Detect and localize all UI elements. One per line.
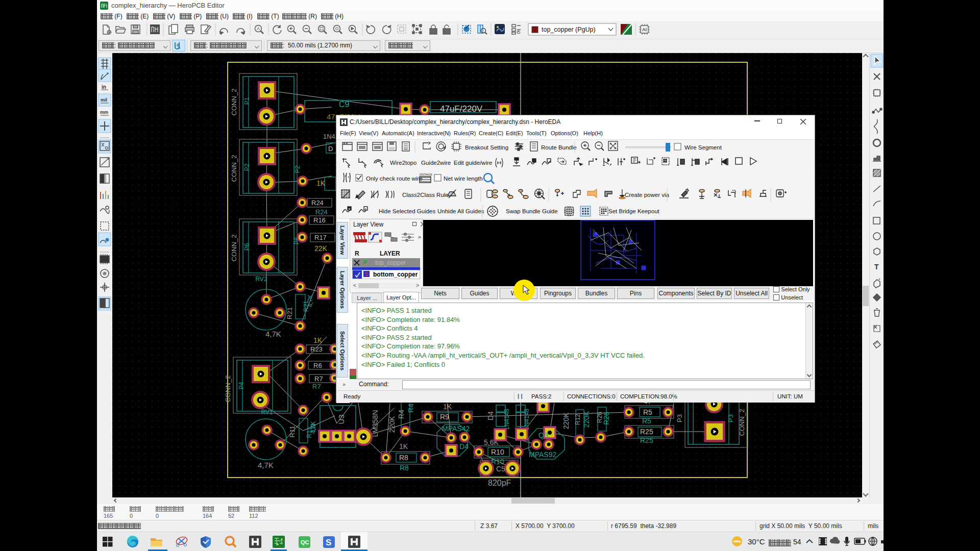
svg-text:MPAS92: MPAS92 <box>529 450 556 459</box>
svg-text:QC: QC <box>301 539 309 545</box>
svg-text:220K: 220K <box>562 412 570 429</box>
svg-text:P1: P1 <box>243 97 251 105</box>
svg-text:RV2: RV2 <box>255 276 267 283</box>
svg-text:Guide2wire: Guide2wire <box>421 160 451 166</box>
svg-text:4,7K: 4,7K <box>258 461 274 469</box>
svg-text:1N4148: 1N4148 <box>503 409 510 430</box>
svg-text:R25: R25 <box>640 436 653 444</box>
svg-text:CONN_2: CONN_2 <box>230 155 238 182</box>
svg-text:R21: R21 <box>286 307 293 319</box>
svg-text:R8: R8 <box>399 454 408 462</box>
svg-text:Wire Segment: Wire Segment <box>684 144 722 151</box>
svg-text:C5: C5 <box>496 465 505 473</box>
svg-text:R16: R16 <box>313 216 326 224</box>
svg-text:220K: 220K <box>582 411 591 428</box>
svg-text:R6: R6 <box>313 362 322 369</box>
svg-text:CONN_2: CONN_2 <box>230 89 238 116</box>
svg-text:4,7K: 4,7K <box>265 330 281 338</box>
svg-text:Set Bridge Keepout: Set Bridge Keepout <box>608 208 660 214</box>
svg-text:U3: U3 <box>310 423 317 432</box>
svg-text:mm: mm <box>100 110 108 115</box>
svg-text:R10: R10 <box>491 448 504 456</box>
svg-text:R7: R7 <box>314 375 323 383</box>
svg-text:R25: R25 <box>640 428 653 436</box>
svg-text:RV1: RV1 <box>261 409 273 416</box>
svg-text:Swap Bundle Guide: Swap Bundle Guide <box>506 208 558 214</box>
svg-text:mil: mil <box>101 97 107 103</box>
svg-text:1K: 1K <box>316 179 326 187</box>
svg-text:1K: 1K <box>399 442 408 450</box>
svg-text:T: T <box>874 263 879 271</box>
svg-text:Edit guide/wire: Edit guide/wire <box>454 160 492 166</box>
svg-text:22K: 22K <box>314 244 328 253</box>
svg-text:D4: D4 <box>486 411 495 420</box>
svg-text:820pF: 820pF <box>488 479 511 487</box>
svg-text:R8: R8 <box>400 464 409 472</box>
svg-text:R5: R5 <box>643 408 652 416</box>
svg-text:R5: R5 <box>642 417 651 425</box>
svg-text:P6: P6 <box>243 243 251 251</box>
svg-text:P3: P3 <box>676 414 683 422</box>
svg-text:CONN_2: CONN_2 <box>230 235 238 262</box>
svg-text:U3: U3 <box>337 414 346 424</box>
svg-text:C9: C9 <box>339 100 350 109</box>
svg-text:R17: R17 <box>314 234 327 241</box>
svg-text:P2: P2 <box>294 165 301 173</box>
svg-text:R12: R12 <box>574 414 581 425</box>
svg-text:D: D <box>328 145 333 153</box>
svg-text:Wire2topo: Wire2topo <box>390 160 416 166</box>
svg-text:R4: R4 <box>397 410 405 419</box>
svg-text:Route Bundle: Route Bundle <box>541 144 577 151</box>
svg-text:DISTANCE: DISTANCE <box>420 173 433 176</box>
svg-text:top_copper (PgUp): top_copper (PgUp) <box>542 26 596 33</box>
svg-text:R23: R23 <box>310 345 323 353</box>
svg-text:in: in <box>102 84 106 90</box>
svg-text:LM358N: LM358N <box>371 410 379 437</box>
svg-text:D4: D4 <box>459 442 469 450</box>
svg-text:1K: 1K <box>313 336 323 344</box>
svg-text:Net wire length: Net wire length <box>444 176 483 182</box>
svg-text:Q3: Q3 <box>538 431 548 439</box>
svg-text:Hide Selected Guides: Hide Selected Guides <box>379 208 435 214</box>
svg-text:P4: P4 <box>238 382 245 389</box>
svg-text:A: A <box>257 26 260 31</box>
svg-text:S: S <box>326 538 331 547</box>
svg-text:1K: 1K <box>443 403 452 411</box>
svg-text:AI: AI <box>642 27 647 32</box>
svg-text:54: 54 <box>793 538 801 546</box>
svg-text:220K: 220K <box>388 416 396 433</box>
svg-text:Class2Class Rule: Class2Class Rule <box>402 192 449 198</box>
svg-text:P3: P3 <box>727 414 734 422</box>
svg-text:4,7K: 4,7K <box>307 295 314 308</box>
svg-text:MPAS42: MPAS42 <box>442 424 470 433</box>
svg-text:CONN_2: CONN_2 <box>224 375 232 403</box>
svg-text:47uF/220V: 47uF/220V <box>440 104 483 114</box>
svg-text:30°C: 30°C <box>748 537 765 546</box>
svg-text:R4: R4 <box>407 404 415 413</box>
svg-text:Only check route wire: Only check route wire <box>366 176 423 182</box>
svg-text:R7: R7 <box>312 383 321 390</box>
svg-text:Breakout Setting: Breakout Setting <box>465 144 508 151</box>
svg-text:R11: R11 <box>288 426 296 438</box>
svg-text:CONN_2: CONN_2 <box>738 409 746 436</box>
svg-text:P2: P2 <box>243 163 251 171</box>
svg-text:R9: R9 <box>440 413 449 421</box>
svg-text:R26: R26 <box>602 412 610 425</box>
svg-text:R24: R24 <box>315 208 328 216</box>
svg-text:R24: R24 <box>311 199 324 207</box>
svg-text:Unhide All Guides: Unhide All Guides <box>437 208 484 214</box>
svg-text:1N4148: 1N4148 <box>523 409 530 430</box>
svg-text:Create power via: Create power via <box>625 192 670 198</box>
